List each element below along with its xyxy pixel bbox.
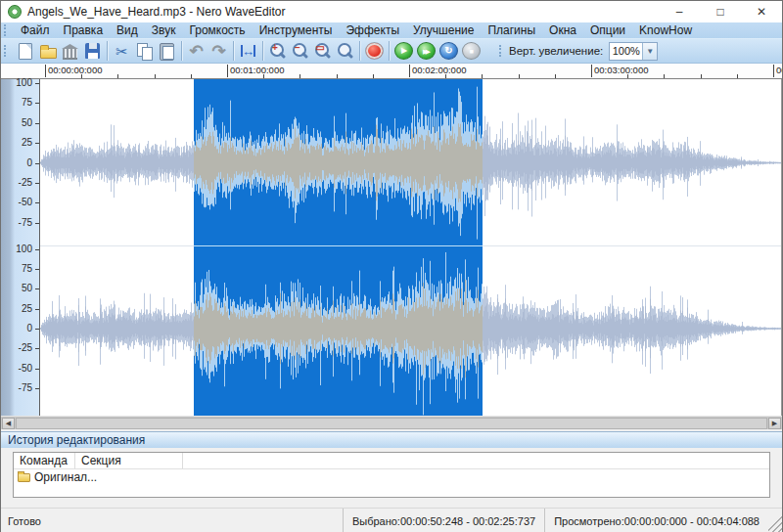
timeline-ruler[interactable]: 00:00:00:00000:01:00:00000:02:00:00000:0… bbox=[1, 64, 782, 79]
ruler-label: 00:01:00:000 bbox=[230, 65, 284, 75]
history-column-section[interactable]: Секция bbox=[75, 453, 183, 468]
cut-icon[interactable]: ✂ bbox=[111, 40, 133, 62]
zoom-in-icon[interactable]: + bbox=[266, 40, 289, 62]
history-column-headers: Команда Секция bbox=[14, 453, 769, 469]
ruler-tick bbox=[555, 74, 556, 78]
ruler-tick bbox=[409, 65, 410, 77]
scale-label: 25 bbox=[1, 138, 32, 148]
play-all-icon[interactable]: ▶▶ bbox=[415, 40, 438, 62]
ruler-label: 00:02:00:000 bbox=[412, 65, 466, 75]
wave-right-border bbox=[781, 79, 782, 416]
menu-item-6[interactable]: Эффекты bbox=[339, 22, 406, 38]
ruler-tick bbox=[227, 65, 228, 77]
scale-tick bbox=[35, 202, 39, 203]
menu-item-1[interactable]: Правка bbox=[57, 22, 111, 38]
loop-playback-icon-glyph: ↻ bbox=[444, 46, 452, 56]
scale-tick bbox=[35, 83, 39, 84]
vertical-zoom-select[interactable]: 100% ▼ bbox=[609, 42, 658, 61]
scale-label: 0 bbox=[1, 324, 32, 333]
resize-grip[interactable] bbox=[768, 509, 782, 532]
play-icon[interactable]: ▶ bbox=[392, 40, 415, 62]
file-archive-icon[interactable] bbox=[59, 40, 81, 62]
ruler-tick bbox=[482, 74, 483, 78]
copy-icon[interactable] bbox=[133, 40, 156, 62]
zoom-selection-icon-glyph: ▭ bbox=[315, 43, 325, 53]
minimize-button[interactable]: – bbox=[659, 1, 700, 22]
ruler-label: 00:04:00:000 bbox=[776, 65, 782, 75]
waveform-canvas[interactable] bbox=[40, 79, 781, 416]
toolbar-separator bbox=[233, 41, 234, 61]
scroll-right-arrow-icon[interactable]: ▶ bbox=[768, 418, 781, 429]
scale-tick bbox=[35, 183, 39, 184]
menu-item-7[interactable]: Улучшение bbox=[406, 22, 481, 38]
menu-item-8[interactable]: Плагины bbox=[481, 22, 542, 38]
history-column-command[interactable]: Команда bbox=[14, 453, 75, 468]
stop-icon-glyph: ■ bbox=[469, 48, 473, 55]
close-button[interactable]: ✕ bbox=[741, 1, 782, 22]
redo-icon-glyph: ↷ bbox=[211, 43, 225, 60]
menu-item-5[interactable]: Инструменты bbox=[253, 22, 340, 38]
scale-label: -50 bbox=[1, 198, 32, 207]
redo-icon[interactable]: ↷ bbox=[207, 40, 230, 62]
zoom-reset-icon[interactable] bbox=[334, 40, 356, 62]
history-list[interactable]: Команда Секция Оригинал... bbox=[13, 452, 770, 498]
scale-label: 25 bbox=[1, 304, 32, 314]
record-icon[interactable] bbox=[363, 40, 386, 62]
ruler-tick bbox=[591, 65, 592, 77]
toolbar-separator bbox=[262, 41, 263, 61]
horizontal-scrollbar[interactable]: ◀ ▶ bbox=[1, 416, 782, 429]
scroll-left-arrow-icon[interactable]: ◀ bbox=[2, 418, 15, 429]
paste-icon[interactable] bbox=[156, 40, 178, 62]
scale-label: 50 bbox=[1, 118, 32, 128]
window-title: Angels_We_Have_Heard.mp3 - Nero WaveEdit… bbox=[27, 5, 659, 19]
maximize-button[interactable]: □ bbox=[700, 1, 741, 22]
ruler-tick bbox=[627, 74, 628, 78]
open-file-icon[interactable] bbox=[36, 40, 59, 62]
menu-item-4[interactable]: Громкость bbox=[182, 22, 252, 38]
menu-item-3[interactable]: Звук bbox=[145, 22, 183, 38]
menu-item-0[interactable]: Файл bbox=[14, 22, 57, 38]
menu-grip bbox=[4, 24, 9, 36]
toolbar-separator bbox=[389, 41, 390, 61]
scale-label: -75 bbox=[1, 383, 32, 393]
ruler-tick bbox=[117, 74, 118, 78]
scale-tick bbox=[35, 223, 39, 224]
new-file-icon[interactable] bbox=[14, 40, 36, 62]
ruler-tick bbox=[737, 74, 738, 78]
scale-tick bbox=[35, 309, 39, 310]
loop-playback-icon[interactable]: ↻ bbox=[438, 40, 460, 62]
undo-icon[interactable]: ↶ bbox=[185, 40, 207, 62]
ruler-tick bbox=[773, 65, 774, 77]
chevron-down-icon[interactable]: ▼ bbox=[642, 43, 657, 60]
toolbar: ✂↶↷↔+−▭▶▶▶↻■ Верт. увеличение: 100% ▼ bbox=[1, 38, 782, 64]
ruler-tick bbox=[263, 74, 264, 78]
scale-tick bbox=[35, 249, 39, 250]
vertical-zoom-value: 100% bbox=[610, 45, 642, 57]
play-icon-glyph: ▶ bbox=[401, 47, 407, 55]
folder-icon bbox=[18, 473, 30, 482]
undo-icon-glyph: ↶ bbox=[189, 43, 203, 60]
zoom-in-icon-glyph: + bbox=[270, 43, 280, 53]
menu-item-9[interactable]: Окна bbox=[542, 22, 583, 38]
scale-tick bbox=[35, 388, 39, 389]
menu-item-2[interactable]: Вид bbox=[110, 22, 145, 38]
vertical-zoom-toolbar: Верт. увеличение: 100% ▼ bbox=[496, 42, 658, 61]
scale-tick bbox=[35, 123, 39, 124]
ruler-tick bbox=[445, 74, 446, 78]
fit-width-icon[interactable]: ↔ bbox=[237, 40, 259, 62]
fit-width-icon-glyph: ↔ bbox=[242, 45, 254, 58]
status-bar: Готово Выбрано:00:00:50:248 - 00:02:25:7… bbox=[1, 508, 782, 532]
history-row[interactable]: Оригинал... bbox=[14, 469, 769, 485]
stop-icon[interactable]: ■ bbox=[460, 40, 483, 62]
menu-item-11[interactable]: KnowHow bbox=[632, 22, 699, 38]
scale-label: 0 bbox=[1, 158, 32, 168]
scrollbar-thumb[interactable] bbox=[16, 418, 767, 429]
status-viewed-range: Просмотрено:00:00:00:000 - 00:04:04:088 bbox=[544, 509, 768, 532]
save-icon[interactable] bbox=[81, 40, 104, 62]
zoom-out-icon[interactable]: − bbox=[289, 40, 311, 62]
menu-bar-items: ФайлПравкаВидЗвукГромкостьИнструментыЭфф… bbox=[14, 22, 699, 38]
zoom-selection-icon[interactable]: ▭ bbox=[311, 40, 334, 62]
ruler-tick bbox=[81, 74, 82, 78]
scale-label: 75 bbox=[1, 98, 32, 108]
menu-item-10[interactable]: Опции bbox=[583, 22, 632, 38]
